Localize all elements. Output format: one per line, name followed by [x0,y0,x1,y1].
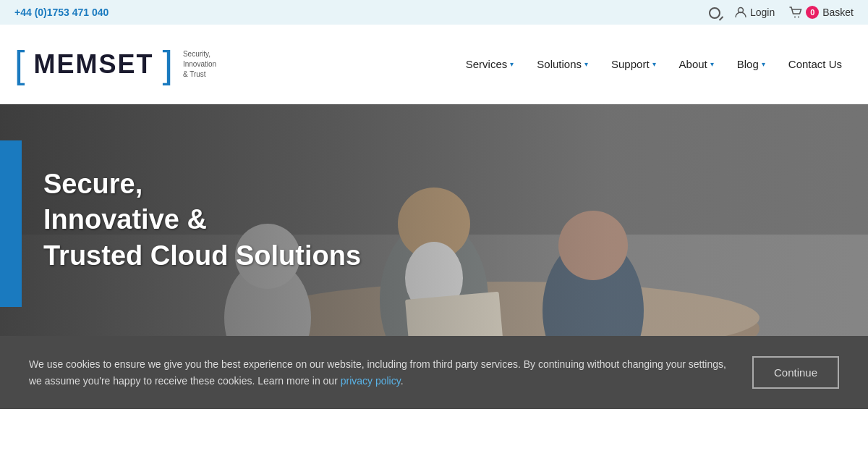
nav-item-about[interactable]: About ▾ [668,25,726,104]
logo[interactable]: [ MEMSET ] Security, Innovation & Trust [14,46,216,83]
user-icon [735,7,746,18]
hero-title-line2: Innovative & [43,204,207,235]
basket-label: Basket [822,7,854,18]
nav-item-blog[interactable]: Blog ▾ [726,25,777,104]
nav-item-services[interactable]: Services ▾ [454,25,526,104]
nav-contact-label: Contact Us [788,58,842,70]
nav-support-label: Support [611,58,650,70]
cookie-text: We use cookies to ensure we give you the… [29,356,731,389]
cookie-continue-button[interactable]: Continue [752,356,839,389]
logo-tagline: Security, Innovation & Trust [183,49,216,80]
logo-bracket-right: ] [162,46,172,83]
chevron-down-icon: ▾ [510,60,514,68]
cookie-privacy-link[interactable]: privacy policy [341,375,401,387]
chevron-down-icon: ▾ [584,60,588,68]
logo-tagline-line1: Security, [183,50,210,58]
cookie-link-suffix: . [401,375,404,387]
svg-point-1 [794,17,796,18]
chevron-down-icon: ▾ [710,60,714,68]
hero-section: Secure, Innovative & Trusted Cloud Solut… [0,104,868,336]
cart-icon [789,7,802,18]
nav-solutions-label: Solutions [537,58,582,70]
nav-blog-label: Blog [737,58,759,70]
logo-tagline-line2: Innovation [183,60,216,68]
phone-link[interactable]: +44 (0)1753 471 040 [14,7,109,18]
navbar: [ MEMSET ] Security, Innovation & Trust … [0,25,868,104]
basket-button[interactable]: 0 Basket [789,6,854,19]
cookie-banner: We use cookies to ensure we give you the… [0,336,868,409]
hero-content: Secure, Innovative & Trusted Cloud Solut… [43,167,361,274]
hero-title-line1: Secure, [43,169,142,199]
top-bar: +44 (0)1753 471 040 Login 0 Basket [0,0,868,25]
nav-item-support[interactable]: Support ▾ [600,25,668,104]
search-icon [709,7,720,19]
hero-accent-bar [0,140,22,307]
nav-links: Services ▾ Solutions ▾ Support ▾ About ▾… [454,25,854,104]
logo-bracket-left: [ [14,46,25,83]
login-label: Login [750,7,775,18]
hero-title-line3: Trusted Cloud Solutions [43,240,361,271]
login-button[interactable]: Login [735,7,775,18]
svg-point-2 [798,17,799,18]
search-button[interactable] [709,6,720,19]
nav-services-label: Services [466,58,508,70]
top-bar-right: Login 0 Basket [709,6,854,19]
chevron-down-icon: ▾ [652,60,656,68]
nav-item-solutions[interactable]: Solutions ▾ [525,25,600,104]
basket-count: 0 [806,6,819,19]
nav-about-label: About [679,58,707,70]
nav-item-contact[interactable]: Contact Us [777,25,854,104]
logo-text: MEMSET [33,51,153,77]
logo-tagline-line3: & Trust [183,70,206,78]
chevron-down-icon: ▾ [762,60,765,68]
hero-title: Secure, Innovative & Trusted Cloud Solut… [43,167,361,274]
